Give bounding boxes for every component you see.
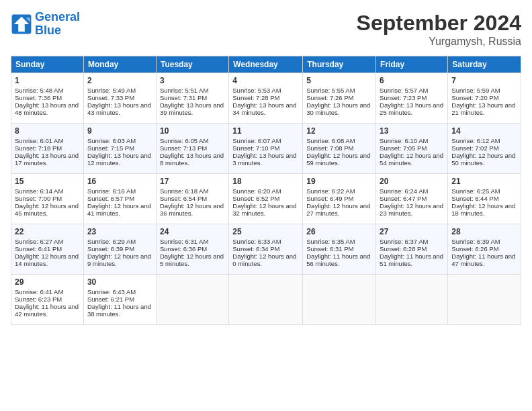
day-number: 29 xyxy=(15,277,80,287)
calendar-cell: 15Sunrise: 6:14 AMSunset: 7:00 PMDayligh… xyxy=(11,174,84,224)
day-number: 12 xyxy=(306,126,372,136)
day-number: 7 xyxy=(451,76,517,85)
logo-line1: General xyxy=(35,10,80,24)
day-number: 26 xyxy=(306,227,372,236)
calendar-cell xyxy=(229,275,303,325)
calendar-cell: 3Sunrise: 5:51 AMSunset: 7:31 PMDaylight… xyxy=(156,73,228,124)
col-monday: Monday xyxy=(83,56,156,73)
calendar-cell: 4Sunrise: 5:53 AMSunset: 7:28 PMDaylight… xyxy=(229,73,303,124)
calendar-cell: 23Sunrise: 6:29 AMSunset: 6:39 PMDayligh… xyxy=(83,224,156,275)
calendar-cell: 17Sunrise: 6:18 AMSunset: 6:54 PMDayligh… xyxy=(156,174,228,224)
day-number: 25 xyxy=(232,227,299,236)
calendar-body: 1Sunrise: 5:48 AMSunset: 7:36 PMDaylight… xyxy=(11,73,521,325)
calendar-cell xyxy=(303,275,376,325)
header-row: Sunday Monday Tuesday Wednesday Thursday… xyxy=(11,56,521,73)
calendar-cell: 21Sunrise: 6:25 AMSunset: 6:44 PMDayligh… xyxy=(448,174,521,224)
day-number: 2 xyxy=(87,76,152,85)
calendar-cell: 24Sunrise: 6:31 AMSunset: 6:36 PMDayligh… xyxy=(156,224,228,275)
day-number: 28 xyxy=(451,227,517,236)
location: Yurgamysh, Russia xyxy=(357,36,521,48)
day-number: 8 xyxy=(15,126,80,136)
calendar-cell: 30Sunrise: 6:43 AMSunset: 6:21 PMDayligh… xyxy=(83,275,156,325)
logo-icon xyxy=(11,13,32,35)
calendar-cell: 11Sunrise: 6:07 AMSunset: 7:10 PMDayligh… xyxy=(229,124,303,174)
day-number: 20 xyxy=(380,177,444,186)
day-number: 27 xyxy=(380,227,444,236)
calendar-cell: 26Sunrise: 6:35 AMSunset: 6:31 PMDayligh… xyxy=(303,224,376,275)
calendar-table: Sunday Monday Tuesday Wednesday Thursday… xyxy=(11,56,521,325)
day-number: 23 xyxy=(87,227,152,236)
calendar-cell: 13Sunrise: 6:10 AMSunset: 7:05 PMDayligh… xyxy=(376,124,448,174)
col-thursday: Thursday xyxy=(303,56,376,73)
calendar-row: 1Sunrise: 5:48 AMSunset: 7:36 PMDaylight… xyxy=(11,73,521,124)
day-number: 22 xyxy=(15,227,80,236)
calendar-cell: 20Sunrise: 6:24 AMSunset: 6:47 PMDayligh… xyxy=(376,174,448,224)
day-number: 19 xyxy=(306,177,372,186)
calendar-row: 29Sunrise: 6:41 AMSunset: 6:23 PMDayligh… xyxy=(11,275,521,325)
day-number: 17 xyxy=(160,177,225,186)
calendar-cell: 9Sunrise: 6:03 AMSunset: 7:15 PMDaylight… xyxy=(83,124,156,174)
day-number: 30 xyxy=(87,277,152,287)
col-sunday: Sunday xyxy=(11,56,84,73)
day-number: 4 xyxy=(232,76,299,85)
day-number: 11 xyxy=(232,126,299,136)
calendar-cell: 14Sunrise: 6:12 AMSunset: 7:02 PMDayligh… xyxy=(448,124,521,174)
logo-line2: Blue xyxy=(35,24,61,37)
day-number: 3 xyxy=(160,76,225,85)
title-block: September 2024 Yurgamysh, Russia xyxy=(357,11,521,48)
header: General Blue September 2024 Yurgamysh, R… xyxy=(11,11,521,48)
month-title: September 2024 xyxy=(357,11,521,36)
calendar-row: 15Sunrise: 6:14 AMSunset: 7:00 PMDayligh… xyxy=(11,174,521,224)
day-number: 10 xyxy=(160,126,225,136)
day-number: 6 xyxy=(380,76,444,85)
day-number: 5 xyxy=(306,76,372,85)
calendar-cell: 8Sunrise: 6:01 AMSunset: 7:18 PMDaylight… xyxy=(11,124,84,174)
day-number: 21 xyxy=(451,177,517,186)
day-number: 15 xyxy=(15,177,80,186)
col-saturday: Saturday xyxy=(448,56,521,73)
calendar-cell: 12Sunrise: 6:08 AMSunset: 7:08 PMDayligh… xyxy=(303,124,376,174)
calendar-cell: 1Sunrise: 5:48 AMSunset: 7:36 PMDaylight… xyxy=(11,73,84,124)
day-number: 16 xyxy=(87,177,152,186)
day-number: 14 xyxy=(451,126,517,136)
calendar-cell: 16Sunrise: 6:16 AMSunset: 6:57 PMDayligh… xyxy=(83,174,156,224)
day-number: 18 xyxy=(232,177,299,186)
day-number: 13 xyxy=(380,126,444,136)
calendar-cell: 25Sunrise: 6:33 AMSunset: 6:34 PMDayligh… xyxy=(229,224,303,275)
calendar-cell: 22Sunrise: 6:27 AMSunset: 6:41 PMDayligh… xyxy=(11,224,84,275)
day-number: 9 xyxy=(87,126,152,136)
logo-text: General Blue xyxy=(35,11,80,38)
calendar-row: 8Sunrise: 6:01 AMSunset: 7:18 PMDaylight… xyxy=(11,124,521,174)
logo: General Blue xyxy=(11,11,80,38)
page: General Blue September 2024 Yurgamysh, R… xyxy=(0,0,532,336)
day-number: 24 xyxy=(160,227,225,236)
calendar-cell: 18Sunrise: 6:20 AMSunset: 6:52 PMDayligh… xyxy=(229,174,303,224)
calendar-cell xyxy=(156,275,228,325)
calendar-cell: 5Sunrise: 5:55 AMSunset: 7:26 PMDaylight… xyxy=(303,73,376,124)
calendar-cell: 2Sunrise: 5:49 AMSunset: 7:33 PMDaylight… xyxy=(83,73,156,124)
calendar-cell: 10Sunrise: 6:05 AMSunset: 7:13 PMDayligh… xyxy=(156,124,228,174)
day-number: 1 xyxy=(15,76,80,85)
col-tuesday: Tuesday xyxy=(156,56,228,73)
calendar-cell: 28Sunrise: 6:39 AMSunset: 6:26 PMDayligh… xyxy=(448,224,521,275)
calendar-cell: 29Sunrise: 6:41 AMSunset: 6:23 PMDayligh… xyxy=(11,275,84,325)
calendar-cell xyxy=(376,275,448,325)
calendar-cell: 27Sunrise: 6:37 AMSunset: 6:28 PMDayligh… xyxy=(376,224,448,275)
calendar-row: 22Sunrise: 6:27 AMSunset: 6:41 PMDayligh… xyxy=(11,224,521,275)
col-friday: Friday xyxy=(376,56,448,73)
col-wednesday: Wednesday xyxy=(229,56,303,73)
calendar-cell: 19Sunrise: 6:22 AMSunset: 6:49 PMDayligh… xyxy=(303,174,376,224)
calendar-cell: 7Sunrise: 5:59 AMSunset: 7:20 PMDaylight… xyxy=(448,73,521,124)
calendar-cell xyxy=(448,275,521,325)
calendar-cell: 6Sunrise: 5:57 AMSunset: 7:23 PMDaylight… xyxy=(376,73,448,124)
